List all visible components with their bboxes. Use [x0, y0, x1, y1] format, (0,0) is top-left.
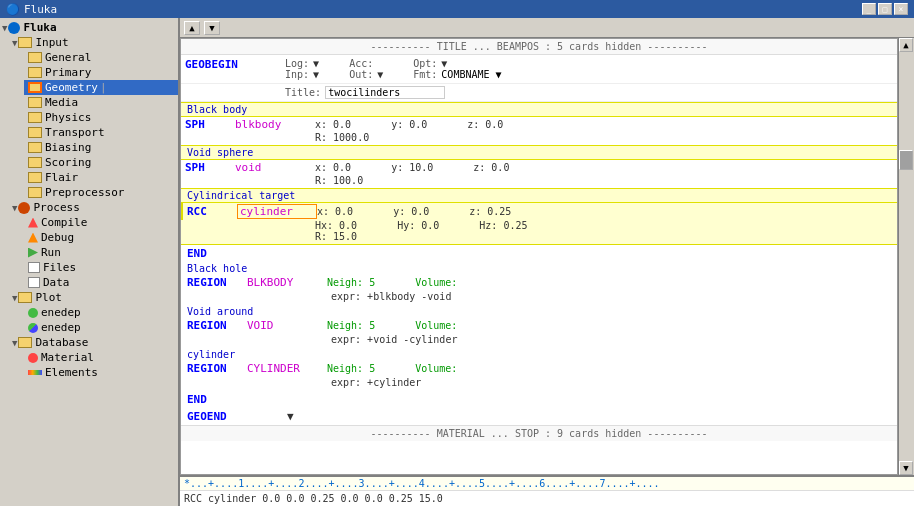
sidebar-item-input[interactable]: ▼ Input: [8, 35, 178, 50]
close-button[interactable]: ×: [894, 3, 908, 15]
cylindrical-target-header: Cylindrical target: [181, 188, 897, 203]
sidebar-item-data[interactable]: Data: [24, 275, 178, 290]
sph1-x: x: 0.0: [315, 119, 351, 130]
sidebar-item-scoring[interactable]: Scoring: [24, 155, 178, 170]
sidebar-item-transport[interactable]: Transport: [24, 125, 178, 140]
title-bar: 🔵 Fluka _ □ ×: [0, 0, 914, 18]
end2-row: END: [181, 391, 897, 408]
app-title: Fluka: [24, 3, 57, 16]
void-sphere-sph-row: SPH void x: 0.0 y: 10.0 z: 0.0: [181, 160, 897, 175]
editor-content: ---------- TITLE ... BEAMPOS : 5 cards h…: [180, 38, 898, 475]
opt-dropdown[interactable]: ▼: [441, 58, 447, 69]
sidebar-item-elements[interactable]: Elements: [24, 365, 178, 380]
sidebar-elements-label: Elements: [45, 366, 98, 379]
log-dropdown[interactable]: ▼: [313, 58, 319, 69]
sidebar-item-files[interactable]: Files: [24, 260, 178, 275]
sidebar-item-preprocessor[interactable]: Preprocessor: [24, 185, 178, 200]
sidebar-item-debug[interactable]: Debug: [24, 230, 178, 245]
sidebar-item-general[interactable]: General: [24, 50, 178, 65]
blkbody-region-name[interactable]: BLKBODY: [247, 276, 327, 289]
sidebar-flair-label: Flair: [45, 171, 78, 184]
material-hidden-bar: ---------- MATERIAL ... STOP : 9 cards h…: [181, 425, 897, 441]
region1-volume-label: Volume:: [415, 277, 457, 288]
geobegin-label: GEOBEGIN: [185, 58, 285, 71]
sidebar-process-label: Process: [33, 201, 79, 214]
title-field-label: Title:: [285, 87, 321, 98]
void-around-region-header: Void around: [181, 305, 897, 318]
sph1-label: SPH: [185, 118, 235, 131]
app-icon: 🔵: [6, 3, 20, 16]
black-hole-region-row: REGION BLKBODY Neigh: 5 Volume:: [181, 275, 897, 290]
sidebar-transport-label: Transport: [45, 126, 105, 139]
sidebar-item-plot[interactable]: ▼ Plot: [8, 290, 178, 305]
black-body-sph-row: SPH blkbody x: 0.0 y: 0.0 z: 0.0: [181, 117, 897, 132]
sidebar-files-label: Files: [43, 261, 76, 274]
cylinder-region-name[interactable]: CYLINDER: [247, 362, 327, 375]
cylinder-region-row: REGION CYLINDER Neigh: 5 Volume:: [181, 361, 897, 376]
maximize-button[interactable]: □: [878, 3, 892, 15]
sidebar-item-database[interactable]: ▼ Database: [8, 335, 178, 350]
black-body-header: Black body: [181, 102, 897, 117]
sidebar-compile-label: Compile: [41, 216, 87, 229]
sidebar-material-label: Material: [41, 351, 94, 364]
sidebar-item-physics[interactable]: Physics: [24, 110, 178, 125]
sidebar-item-primary[interactable]: Primary: [24, 65, 178, 80]
sph2-label: SPH: [185, 161, 235, 174]
void-name[interactable]: void: [235, 161, 315, 174]
sidebar-data-label: Data: [43, 276, 70, 289]
sidebar-item-material[interactable]: Material: [24, 350, 178, 365]
sidebar-item-compile[interactable]: Compile: [24, 215, 178, 230]
sidebar-item-biasing[interactable]: Biasing: [24, 140, 178, 155]
void-sphere-header: Void sphere: [181, 145, 897, 160]
sidebar-item-process[interactable]: ▼ Process: [8, 200, 178, 215]
sidebar-physics-label: Physics: [45, 111, 91, 124]
sph2-z: z: 0.0: [473, 162, 509, 173]
sidebar-enedep-label: enedep: [41, 306, 81, 319]
region2-volume-label: Volume:: [415, 320, 457, 331]
toolbar-up-button[interactable]: ▲: [184, 21, 200, 35]
sidebar-input-label: Input: [35, 36, 68, 49]
sidebar-item-geometry[interactable]: Geometry |: [24, 80, 178, 95]
sidebar-debug-label: Debug: [41, 231, 74, 244]
title-input[interactable]: [325, 86, 445, 99]
region3-volume-label: Volume:: [415, 363, 457, 374]
sidebar-item-fluka-file[interactable]: enedep: [24, 320, 178, 335]
sidebar-item-enedep[interactable]: enedep: [24, 305, 178, 320]
cylinder-name[interactable]: cylinder: [237, 204, 317, 219]
footer-command[interactable]: RCC cylinder 0.0 0.0 0.25 0.0 0.0 0.25 1…: [180, 491, 914, 506]
rcc-r-row: R: 15.0: [181, 231, 897, 245]
rcc-r: R: 15.0: [315, 231, 357, 242]
void-region-name[interactable]: VOID: [247, 319, 327, 332]
sidebar-root[interactable]: ▼ Fluka: [0, 20, 178, 35]
region3-expr: expr: +cylinder: [331, 377, 421, 388]
out-dropdown[interactable]: ▼: [377, 69, 383, 80]
sidebar-item-run[interactable]: Run: [24, 245, 178, 260]
cylinder-region-header: cylinder: [181, 348, 897, 361]
region2-neigh: Neigh: 5: [327, 320, 375, 331]
toolbar-down-button[interactable]: ▼: [204, 21, 220, 35]
footer: *...+....1....+....2....+....3....+....4…: [180, 475, 914, 506]
sidebar-fluka-file-label: enedep: [41, 321, 81, 334]
region2-label: REGION: [187, 319, 247, 332]
rcc-z: z: 0.25: [469, 206, 511, 217]
geoend-label: GEOEND: [187, 410, 287, 423]
inp-label: Inp:: [285, 69, 309, 80]
sph1-y: y: 0.0: [391, 119, 427, 130]
sidebar-root-label: Fluka: [23, 21, 56, 34]
blkbody-name[interactable]: blkbody: [235, 118, 315, 131]
sph1-r: R: 1000.0: [315, 132, 369, 143]
fmt-value[interactable]: COMBNAME ▼: [441, 69, 501, 80]
sidebar-geometry-label: Geometry: [45, 81, 98, 94]
minimize-button[interactable]: _: [862, 3, 876, 15]
fmt-label: Fmt:: [413, 69, 437, 80]
editor-scrollbar[interactable]: ▲ ▼: [898, 38, 914, 475]
sidebar-preprocessor-label: Preprocessor: [45, 186, 124, 199]
void-around-region-row: REGION VOID Neigh: 5 Volume:: [181, 318, 897, 333]
sph2-y: y: 10.0: [391, 162, 433, 173]
geoend-arrow[interactable]: ▼: [287, 410, 294, 423]
sidebar-item-flair[interactable]: Flair: [24, 170, 178, 185]
sidebar-item-media[interactable]: Media: [24, 95, 178, 110]
rcc-y: y: 0.0: [393, 206, 429, 217]
inp-dropdown[interactable]: ▼: [313, 69, 319, 80]
void-sphere-r-row: R: 100.0: [181, 175, 897, 188]
